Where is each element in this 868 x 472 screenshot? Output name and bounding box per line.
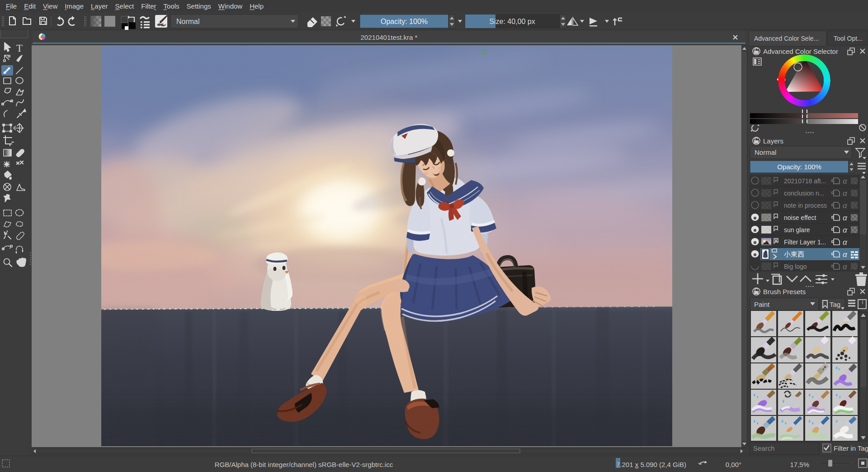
svg-text:小東西: 小東西 bbox=[783, 250, 804, 258]
svg-text:α: α bbox=[843, 201, 848, 210]
svg-text:Opacity: 100%: Opacity: 100% bbox=[777, 163, 821, 171]
svg-text:α: α bbox=[843, 250, 848, 259]
svg-text:α: α bbox=[843, 214, 848, 222]
svg-text:conclusion n...: conclusion n... bbox=[784, 190, 825, 197]
svg-text:17,5%: 17,5% bbox=[790, 461, 809, 468]
svg-text:20210718 aft...: 20210718 aft... bbox=[784, 177, 826, 185]
svg-text:Normal: Normal bbox=[176, 18, 200, 25]
svg-text:α: α bbox=[843, 189, 848, 198]
svg-text:sun glare: sun glare bbox=[784, 226, 810, 234]
svg-text:T: T bbox=[16, 43, 23, 54]
svg-text:α: α bbox=[843, 226, 848, 234]
svg-text:α: α bbox=[843, 177, 848, 186]
svg-text:Search: Search bbox=[753, 444, 775, 452]
svg-text:Brush Presets: Brush Presets bbox=[763, 288, 806, 296]
svg-text:0,00°: 0,00° bbox=[726, 461, 741, 468]
svg-text:RGB/Alpha (8-bit integer/chann: RGB/Alpha (8-bit integer/channel) sRGB-e… bbox=[215, 461, 393, 468]
svg-text:noise effect: noise effect bbox=[784, 214, 816, 221]
svg-text:Normal: Normal bbox=[755, 148, 776, 156]
svg-text:Tool Opt...: Tool Opt... bbox=[834, 35, 863, 42]
svg-text:Filter Layer 1...: Filter Layer 1... bbox=[784, 238, 826, 246]
svg-text:Big logo: Big logo bbox=[784, 263, 807, 270]
svg-text:Paint: Paint bbox=[754, 300, 770, 308]
svg-text:7.201 x 5.090 (2,4 GiB): 7.201 x 5.090 (2,4 GiB) bbox=[616, 461, 686, 468]
svg-text:Tag: Tag bbox=[830, 300, 840, 308]
svg-text:α: α bbox=[843, 238, 848, 247]
svg-text:Filter in Tag: Filter in Tag bbox=[834, 444, 868, 452]
svg-text:Size: 40,00 px: Size: 40,00 px bbox=[489, 18, 535, 25]
svg-text:Opacity: 100%: Opacity: 100% bbox=[381, 18, 428, 25]
svg-text:α: α bbox=[843, 262, 848, 271]
svg-text:Advanced Color Sele...: Advanced Color Sele... bbox=[754, 35, 819, 42]
svg-text:note in process: note in process bbox=[784, 202, 827, 209]
svg-text:Layers: Layers bbox=[763, 137, 783, 145]
